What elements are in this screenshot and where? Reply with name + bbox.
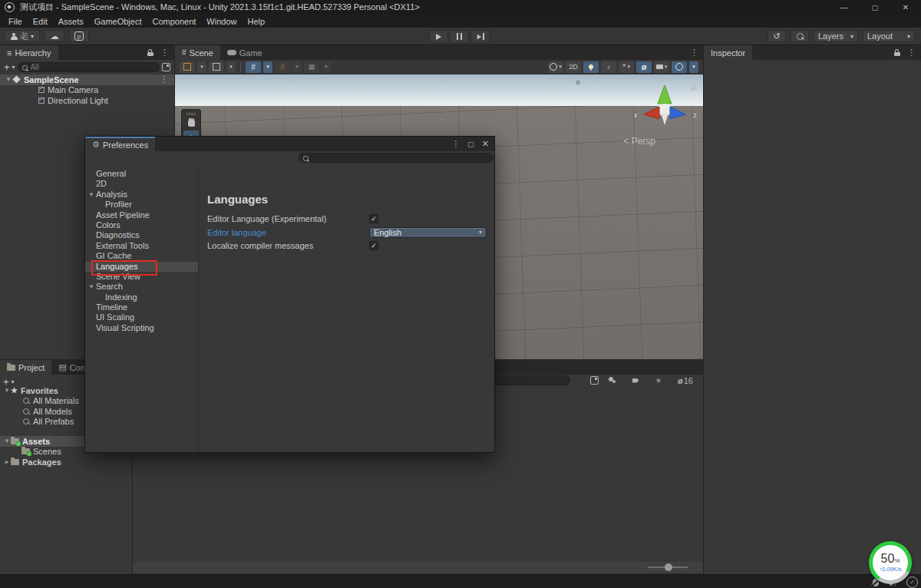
step-button[interactable] bbox=[470, 30, 490, 43]
tab-preferences[interactable]: ⚙ Preferences bbox=[85, 137, 155, 151]
sidebar-item-asset-pipeline[interactable]: Asset Pipeline bbox=[85, 210, 198, 220]
lock-icon[interactable] bbox=[690, 84, 697, 91]
close-button[interactable]: ✕ bbox=[890, 0, 921, 15]
hidden-count-button[interactable]: ø 16 bbox=[672, 375, 698, 386]
audio-toggle-button[interactable]: ♪ bbox=[601, 61, 616, 73]
lock-icon[interactable] bbox=[893, 49, 900, 56]
account-button[interactable]: 老 ▾ bbox=[5, 30, 40, 42]
tree-row-directional-light[interactable]: Directional Light bbox=[0, 95, 174, 106]
shading-mode-button[interactable]: ▾ bbox=[548, 61, 563, 73]
hierarchy-search-input[interactable] bbox=[18, 62, 160, 72]
gizmos-button[interactable] bbox=[672, 61, 687, 73]
pivot-button[interactable] bbox=[209, 61, 224, 73]
snap-increment-button[interactable]: ▦ bbox=[304, 61, 319, 73]
gizmos-dropdown[interactable]: ▾ bbox=[689, 61, 698, 73]
grid-visibility-dropdown[interactable]: ▾ bbox=[292, 61, 302, 73]
pivot-dropdown[interactable]: ▾ bbox=[226, 61, 236, 73]
editor-language-dropdown[interactable]: English ▾ bbox=[369, 227, 487, 238]
sidebar-item-profiler[interactable]: Profiler bbox=[85, 200, 198, 210]
thumbnail-zoom-slider[interactable] bbox=[648, 567, 688, 568]
menu-file[interactable]: File bbox=[3, 15, 28, 28]
layout-dropdown[interactable]: Layout ▾ bbox=[863, 30, 915, 42]
search-everything-button[interactable] bbox=[791, 30, 809, 42]
foldout-arrow-icon[interactable]: ▼ bbox=[87, 190, 95, 200]
sidebar-item-diagnostics[interactable]: Diagnostics bbox=[85, 230, 198, 240]
sidebar-item-scene-view[interactable]: Scene View bbox=[85, 272, 198, 282]
tab-project[interactable]: Project bbox=[0, 360, 51, 375]
localize-compiler-messages-checkbox[interactable] bbox=[369, 241, 378, 250]
layers-dropdown[interactable]: Layers ▾ bbox=[814, 30, 858, 42]
maximize-window-icon[interactable]: ▢ bbox=[467, 140, 474, 148]
network-speed-widget[interactable]: 50% ↑0.09K/s bbox=[869, 541, 912, 584]
close-window-icon[interactable]: ✕ bbox=[482, 139, 489, 149]
tab-scene[interactable]: # Scene bbox=[175, 45, 220, 60]
sidebar-item-ui-scaling[interactable]: UI Scaling bbox=[85, 312, 198, 322]
tab-hierarchy[interactable]: ≡ Hierarchy bbox=[0, 45, 58, 60]
kebab-menu-icon[interactable]: ⋮ bbox=[690, 48, 698, 58]
menu-component[interactable]: Component bbox=[147, 15, 201, 28]
pause-button[interactable] bbox=[450, 30, 469, 43]
grid-visibility-button[interactable]: # bbox=[275, 61, 290, 73]
sidebar-item-external-tools[interactable]: External Tools bbox=[85, 241, 198, 251]
menu-edit[interactable]: Edit bbox=[28, 15, 53, 28]
tool-settings-dropdown[interactable]: ▾ bbox=[197, 61, 206, 73]
sidebar-item-search[interactable]: ▼Search bbox=[85, 282, 198, 292]
lighting-toggle-button[interactable] bbox=[583, 61, 599, 73]
editor-language-experimental-checkbox[interactable] bbox=[369, 214, 378, 223]
chevron-down-icon[interactable]: ▾ bbox=[12, 378, 15, 385]
sidebar-item-2d[interactable]: 2D bbox=[85, 179, 198, 189]
picker-icon[interactable] bbox=[162, 63, 170, 71]
effects-toggle-button[interactable]: *▾ bbox=[619, 61, 634, 73]
overlay-drag-handle[interactable]: ≡ bbox=[576, 80, 580, 86]
plastic-scm-button[interactable]: p bbox=[69, 30, 89, 42]
tab-inspector[interactable]: Inspector bbox=[704, 45, 752, 60]
foldout-arrow-icon[interactable]: ▼ bbox=[3, 387, 11, 394]
tool-settings-button[interactable] bbox=[180, 61, 195, 73]
2d-toggle-button[interactable]: 2D bbox=[566, 61, 581, 73]
perspective-label[interactable]: < Persp bbox=[623, 136, 655, 147]
menu-help[interactable]: Help bbox=[242, 15, 270, 28]
search-by-type-button[interactable] bbox=[603, 375, 622, 386]
picker-icon[interactable] bbox=[590, 376, 599, 385]
kebab-menu-icon[interactable]: ⋮ bbox=[451, 139, 460, 149]
play-button[interactable] bbox=[429, 30, 448, 43]
foldout-arrow-icon[interactable]: ▸ bbox=[3, 458, 11, 465]
tree-row-packages[interactable]: ▸ Packages bbox=[0, 457, 132, 467]
camera-settings-button[interactable]: ▾ bbox=[654, 61, 669, 73]
sidebar-item-general[interactable]: General bbox=[85, 169, 198, 179]
grid-snapping-button[interactable]: # bbox=[246, 61, 261, 73]
tree-row-scene[interactable]: ▼ SampleScene ⋮ bbox=[0, 74, 174, 85]
hand-tool-button[interactable] bbox=[183, 117, 199, 130]
undo-history-button[interactable]: ↺ bbox=[768, 30, 786, 42]
add-button[interactable]: + bbox=[4, 61, 10, 73]
maximize-button[interactable]: ▢ bbox=[860, 0, 890, 15]
foldout-arrow-icon[interactable]: ▼ bbox=[87, 282, 95, 292]
tab-game[interactable]: Game bbox=[220, 45, 269, 60]
scene-visibility-button[interactable]: ø bbox=[636, 61, 652, 73]
sidebar-item-visual-scripting[interactable]: Visual Scripting bbox=[85, 323, 198, 333]
chevron-down-icon[interactable]: ▾ bbox=[12, 64, 15, 71]
kebab-menu-icon[interactable]: ⋮ bbox=[907, 48, 916, 58]
sidebar-item-indexing[interactable]: Indexing bbox=[85, 292, 198, 302]
menu-gameobject[interactable]: GameObject bbox=[89, 15, 147, 28]
saved-search-button[interactable]: ★ bbox=[649, 375, 668, 386]
cloud-button[interactable]: ☁ bbox=[45, 30, 64, 42]
progress-check-icon[interactable]: ✓ bbox=[906, 576, 918, 588]
menu-assets[interactable]: Assets bbox=[53, 15, 89, 28]
kebab-menu-icon[interactable]: ⋮ bbox=[160, 74, 168, 84]
sidebar-item-analysis[interactable]: ▼Analysis bbox=[85, 190, 198, 200]
kebab-menu-icon[interactable]: ⋮ bbox=[160, 48, 169, 58]
tools-drag-handle[interactable] bbox=[182, 111, 200, 116]
menu-window[interactable]: Window bbox=[201, 15, 242, 28]
minimize-button[interactable]: — bbox=[829, 0, 860, 15]
tree-row-main-camera[interactable]: Main Camera bbox=[0, 85, 174, 96]
foldout-arrow-icon[interactable]: ▼ bbox=[5, 76, 12, 83]
foldout-arrow-icon[interactable]: ▼ bbox=[3, 438, 11, 444]
sidebar-item-colors[interactable]: Colors bbox=[85, 220, 198, 230]
lock-icon[interactable] bbox=[147, 49, 154, 56]
sidebar-item-timeline[interactable]: Timeline bbox=[85, 302, 198, 312]
slider-knob[interactable] bbox=[665, 563, 672, 571]
sidebar-item-gi-cache[interactable]: GI Cache bbox=[85, 251, 198, 261]
sidebar-item-languages[interactable]: Languages bbox=[85, 262, 198, 272]
preferences-search-input[interactable] bbox=[299, 153, 494, 163]
